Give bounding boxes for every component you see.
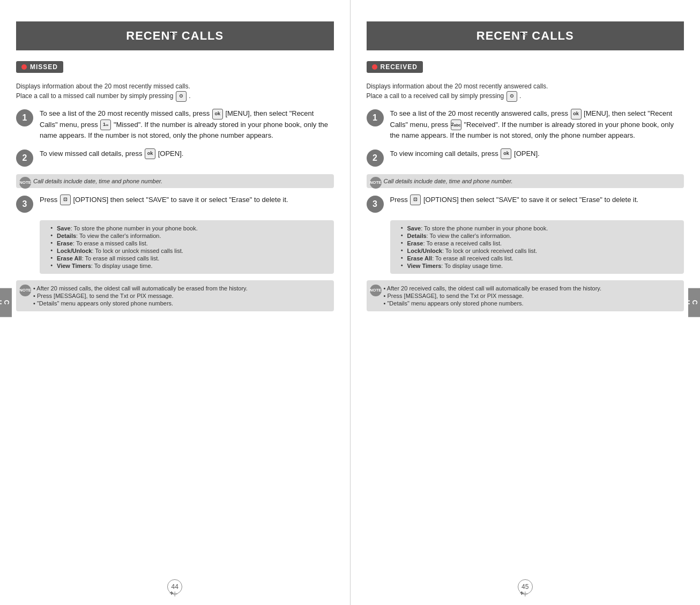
right-option-item: Erase: To erase a received calls list. (401, 240, 679, 247)
step-3-number: 3 (16, 196, 33, 213)
right-option-item: View Timers: To display usage time. (401, 262, 679, 270)
step-2-number: 2 (16, 150, 33, 167)
right-step-3-text: Press ⊡ [OPTIONS] then select "SAVE" to … (390, 195, 639, 206)
left-intro: Displays information about the 20 most r… (16, 81, 334, 102)
missed-badge-container: MISSED (16, 61, 334, 77)
left-option-item: Erase: To erase a missed calls list. (50, 240, 329, 247)
left-option-item: View Timers: To display usage time. (50, 262, 329, 270)
left-option-item: Save: To store the phone number in your … (50, 225, 329, 232)
left-options-box: Save: To store the phone number in your … (40, 220, 334, 274)
right-page: + + C H 4 RECENT CALLS RECEIVED Displays… (351, 0, 701, 605)
crosshair-top-right: + (520, 29, 531, 40)
received-badge-dot (372, 64, 377, 70)
left-step-1: 1 To see a list of the 20 most recently … (16, 108, 334, 141)
right-option-item: Lock/Unlock: To lock or unlock received … (401, 247, 679, 255)
options-key-icon: ⊡ (60, 195, 71, 205)
left-bottom-note-item: "Details" menu appears only stored phone… (33, 300, 329, 307)
left-bottom-notes-list: After 20 missed calls, the oldest call w… (33, 285, 329, 307)
left-page-num: 44 (167, 579, 182, 594)
right-option-item: Erase All: To erase all received calls l… (401, 255, 679, 262)
right-bottom-note-item: "Details" menu appears only stored phone… (384, 300, 679, 307)
right-option-item: Details: To view the caller's informatio… (401, 232, 679, 240)
left-option-item: Lock/Unlock: To lock or unlock missed ca… (50, 247, 329, 255)
right-ok-key: ok (571, 109, 582, 119)
right-bottom-note-item: Press [MESSAGE], to send the Txt or PIX … (384, 292, 679, 300)
right-intro: Displays information about the 20 most r… (367, 81, 684, 102)
right-2-key: 2abc (451, 119, 461, 130)
left-bottom-note-item: After 20 missed calls, the oldest call w… (33, 285, 329, 292)
right-options-box: Save: To store the phone number in your … (390, 220, 684, 274)
send-key-icon-right: ⊙ (507, 91, 517, 102)
right-step-1: 1 To see a list of the 20 most recently … (367, 108, 684, 141)
right-step-1-number: 1 (367, 109, 384, 126)
step-2-text: To view missed call details, press ok [O… (40, 148, 183, 160)
right-page-num: 45 (518, 579, 533, 594)
right-step-2-text: To view incoming call details, press ok … (390, 148, 540, 160)
bottom-note-icon-left: NOTE (19, 285, 31, 296)
right-options-list: Save: To store the phone number in your … (401, 225, 679, 270)
right-bottom-note-item: After 20 received calls, the oldest call… (384, 285, 679, 292)
step-1-text: To see a list of the 20 most recently mi… (40, 108, 334, 141)
left-options-list: Save: To store the phone number in your … (50, 225, 329, 270)
right-bottom-note: NOTE After 20 received calls, the oldest… (367, 280, 684, 311)
left-bottom-note: NOTE After 20 missed calls, the oldest c… (16, 280, 334, 311)
step-1-number: 1 (16, 109, 33, 126)
right-step-3-number: 3 (367, 196, 384, 213)
page-container: TX-230VW(CDM-8945)_050712 2005.7.13 2:11… (0, 0, 700, 605)
badge-dot (21, 64, 27, 70)
right-step-3: 3 Press ⊡ [OPTIONS] then select "SAVE" t… (367, 195, 684, 213)
missed-badge: MISSED (16, 61, 63, 73)
right-options-key: ⊡ (410, 195, 421, 205)
left-option-item: Details: To view the caller's informatio… (50, 232, 329, 240)
right-ok-key-2: ok (501, 148, 511, 159)
right-side-tab: C H 4 (688, 288, 700, 317)
left-note-box: NOTE Call details include date, time and… (16, 174, 334, 188)
right-step-2-number: 2 (367, 150, 384, 167)
note-icon: NOTE (19, 177, 31, 189)
received-badge: RECEIVED (367, 61, 423, 73)
left-step-3: 3 Press ⊡ [OPTIONS] then select "SAVE" t… (16, 195, 334, 213)
ok-key-icon: ok (212, 109, 223, 119)
left-bottom-note-item: Press [MESSAGE], to send the Txt or PIX … (33, 292, 329, 300)
left-step-2: 2 To view missed call details, press ok … (16, 148, 334, 167)
right-note-icon: NOTE (370, 177, 382, 189)
left-side-tab: C H 4 (0, 288, 12, 317)
crosshair-top: + (169, 29, 180, 40)
right-bottom-notes-list: After 20 received calls, the oldest call… (384, 285, 679, 307)
right-step-2: 2 To view incoming call details, press o… (367, 148, 684, 167)
received-badge-container: RECEIVED (367, 61, 684, 77)
1-key-icon: 1∞ (100, 119, 111, 130)
left-page: + + C H 4 RECENT CALLS MISSED Displays i… (0, 0, 351, 605)
step-3-text: Press ⊡ [OPTIONS] then select "SAVE" to … (40, 195, 288, 206)
right-step-1-text: To see a list of the 20 most recently an… (390, 108, 684, 141)
right-note-box: NOTE Call details include date, time and… (367, 174, 684, 188)
right-option-item: Save: To store the phone number in your … (401, 225, 679, 232)
ok-key-2: ok (145, 148, 155, 159)
bottom-note-icon-right: NOTE (370, 285, 382, 296)
send-key-icon: ⊙ (176, 91, 187, 102)
left-option-item: Erase All: To erase all missed calls lis… (50, 255, 329, 262)
